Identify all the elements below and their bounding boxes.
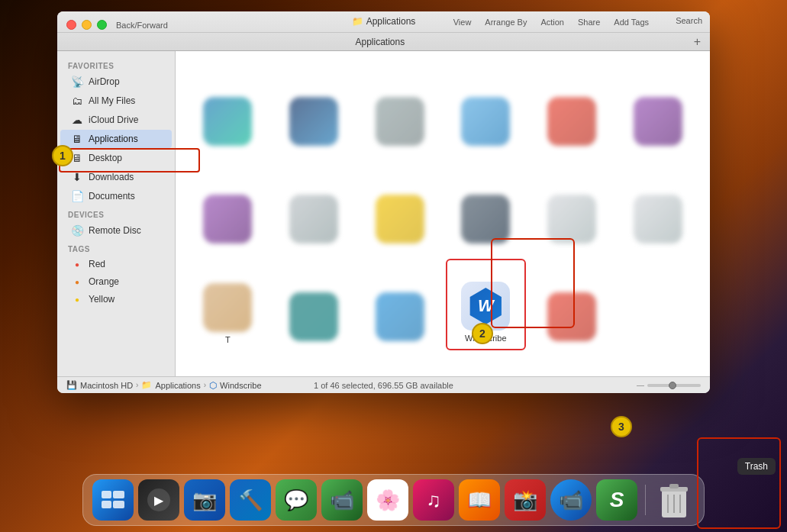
svg-rect-6 <box>669 484 679 488</box>
view-button[interactable]: View <box>453 18 472 27</box>
list-item[interactable] <box>618 161 698 253</box>
sidebar-item-desktop[interactable]: 🖥 Desktop <box>60 149 172 167</box>
title-bar: Back/Forward 📁Applications View Arrange … <box>57 11 710 51</box>
dock-icon-trash <box>653 479 695 521</box>
dock-item-facetime[interactable]: 📹 <box>321 479 363 521</box>
dock-item-trash[interactable] <box>653 479 695 521</box>
dock-item-messages[interactable]: 💬 <box>276 479 317 521</box>
orange-tag-icon: ● <box>71 278 83 286</box>
svg-rect-2 <box>102 501 111 508</box>
dock-item-xcode[interactable]: 🔨 <box>230 479 271 521</box>
tags-label: Tags <box>57 240 175 255</box>
add-tags-button[interactable]: Add Tags <box>614 18 649 27</box>
dock-item-softmaker[interactable]: S <box>596 479 637 521</box>
sidebar-item-all-my-files[interactable]: 🗂 All My Files <box>60 92 172 110</box>
dock-icon-itunes: ♫ <box>413 479 454 521</box>
dock-item-mission-control[interactable] <box>92 479 134 521</box>
toolbar-items: View Arrange By Action Share Add Tags <box>453 18 649 27</box>
add-button[interactable]: + <box>694 35 701 49</box>
folder-title-bar: Applications + <box>57 32 710 50</box>
list-item[interactable] <box>532 161 612 253</box>
dock-icon-messages: 💬 <box>276 479 317 521</box>
zoom-minus[interactable]: — <box>637 381 644 389</box>
documents-icon: 📄 <box>71 190 83 202</box>
sidebar-item-orange[interactable]: ● Orange <box>60 273 172 290</box>
list-item[interactable] <box>274 161 354 253</box>
dock-item-zoom[interactable]: 📹 <box>550 479 592 521</box>
action-button[interactable]: Action <box>540 18 564 27</box>
sidebar-item-yellow[interactable]: ● Yellow <box>60 291 172 308</box>
arrange-by-button[interactable]: Arrange By <box>485 18 527 27</box>
trash-tooltip: Trash <box>737 458 776 475</box>
slider-thumb <box>669 382 676 389</box>
list-item[interactable] <box>274 63 354 155</box>
list-item[interactable]: T <box>188 259 268 350</box>
slider-track[interactable] <box>647 384 701 387</box>
list-item[interactable] <box>446 63 526 155</box>
dock-icon-softmaker: S <box>596 479 637 521</box>
breadcrumb-hd[interactable]: Macintosh HD <box>80 381 133 390</box>
dock-icon-ibooks: 📖 <box>459 479 500 521</box>
dock-item-photo-booth[interactable]: 📸 <box>505 479 546 521</box>
minimize-button[interactable] <box>82 20 92 30</box>
status-info: 1 of 46 selected, 696.55 GB available <box>314 381 453 390</box>
list-item[interactable] <box>532 63 612 155</box>
list-item[interactable] <box>360 161 440 253</box>
sidebar-item-remote-disc-label: Remote Disc <box>89 225 141 236</box>
breadcrumb-windscribe[interactable]: Windscribe <box>220 381 261 390</box>
back-forward-button[interactable]: Back/Forward <box>116 21 168 30</box>
app-icon <box>376 97 424 146</box>
sidebar-item-applications-label: Applications <box>89 134 138 144</box>
app-icon <box>547 97 596 146</box>
app-icon <box>289 292 338 341</box>
sidebar-item-yellow-label: Yellow <box>89 294 115 305</box>
dock: ▶ 📷 🔨 💬 📹 🌸 <box>0 474 787 526</box>
app-icon <box>461 97 510 146</box>
breadcrumb-apps[interactable]: Applications <box>155 381 200 390</box>
dock-item-quicktime[interactable]: ▶ <box>138 479 179 521</box>
app-icon <box>203 283 252 332</box>
list-item[interactable] <box>446 161 526 253</box>
app-icon <box>547 195 596 243</box>
window-controls <box>66 20 107 30</box>
list-item[interactable] <box>274 259 354 350</box>
dock-icon-facetime: 📹 <box>321 479 363 521</box>
app-icon <box>376 195 424 243</box>
list-item[interactable] <box>532 259 612 350</box>
dock-item-image-capture[interactable]: 📷 <box>184 479 225 521</box>
sidebar-item-red[interactable]: ● Red <box>60 256 172 272</box>
search-button[interactable]: Search <box>676 16 702 25</box>
sidebar-item-orange-label: Orange <box>89 276 119 287</box>
list-item[interactable] <box>188 161 268 253</box>
app-icon <box>461 195 510 243</box>
yellow-tag-icon: ● <box>71 295 83 304</box>
dock-icon-xcode: 🔨 <box>230 479 271 521</box>
finder-window: Back/Forward 📁Applications View Arrange … <box>57 11 710 393</box>
sidebar-item-remote-disc[interactable]: 💿 Remote Disc <box>60 221 172 240</box>
zoom-slider[interactable]: — <box>637 381 701 389</box>
app-icon <box>547 292 596 341</box>
sidebar-item-icloud-drive[interactable]: ☁ iCloud Drive <box>60 111 172 129</box>
close-button[interactable] <box>66 20 76 30</box>
sidebar-item-downloads[interactable]: ⬇ Downloads <box>60 168 172 186</box>
breadcrumb: 💾 Macintosh HD › 📁 Applications › ⬡ Wind… <box>66 380 262 391</box>
maximize-button[interactable] <box>97 20 107 30</box>
sidebar-item-documents[interactable]: 📄 Documents <box>60 187 172 205</box>
list-item[interactable] <box>618 63 698 155</box>
sidebar-item-airdrop[interactable]: 📡 AirDrop <box>60 73 172 91</box>
sidebar-item-red-label: Red <box>89 259 105 269</box>
svg-rect-3 <box>113 501 124 508</box>
sidebar-item-all-my-files-label: All My Files <box>89 95 135 106</box>
app-icon <box>289 97 338 146</box>
dock-item-ibooks[interactable]: 📖 <box>459 479 500 521</box>
dock-item-itunes[interactable]: ♫ <box>413 479 454 521</box>
app-icon <box>289 195 338 243</box>
dock-icon-quicktime: ▶ <box>138 479 179 521</box>
dock-item-photos[interactable]: 🌸 <box>367 479 408 521</box>
list-item[interactable] <box>188 63 268 155</box>
sidebar-item-applications[interactable]: 🖥 Applications <box>60 130 172 148</box>
dock-icon-zoom: 📹 <box>550 479 592 521</box>
share-button[interactable]: Share <box>578 18 600 27</box>
list-item[interactable] <box>360 63 440 155</box>
list-item[interactable] <box>360 259 440 350</box>
